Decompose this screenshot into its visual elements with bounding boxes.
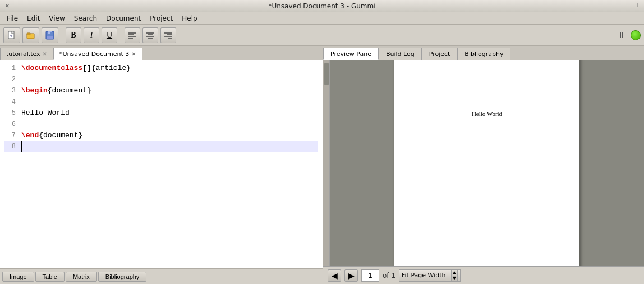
tab-bibliography[interactable]: Bibliography — [98, 272, 147, 282]
next-page-button[interactable]: ▶ — [344, 269, 358, 282]
preview-tab-bar: Preview Pane Build Log Project Bibliogra… — [323, 46, 644, 60]
preview-text: Hello World — [472, 110, 502, 117]
line-5: 5 Hello World — [4, 108, 318, 119]
preview-content: Hello World — [323, 60, 644, 266]
menu-file[interactable]: File — [2, 13, 22, 24]
line-2: 2 — [4, 74, 318, 85]
page-number-input[interactable] — [361, 269, 379, 282]
tab-bibliography-right[interactable]: Bibliography — [457, 48, 510, 60]
tab-build-log[interactable]: Build Log — [379, 48, 422, 60]
align-right-icon — [164, 32, 172, 39]
toolbar-right: ⏸ — [617, 30, 641, 40]
bottom-tab-bar: Image Table Matrix Bibliography — [0, 268, 323, 284]
align-center-button[interactable] — [142, 27, 158, 43]
zoom-up-arrow[interactable]: ▲ — [452, 270, 457, 276]
menu-view[interactable]: View — [44, 13, 69, 24]
tab-project[interactable]: Project — [422, 48, 458, 60]
align-center-icon — [146, 32, 154, 39]
preview-scrollbar[interactable] — [323, 60, 330, 266]
align-right-button[interactable] — [160, 27, 176, 43]
save-icon — [45, 31, 54, 40]
zoom-down-arrow[interactable]: ▼ — [452, 276, 457, 281]
save-button[interactable] — [42, 27, 58, 43]
zoom-selector[interactable]: Fit Page Width ▲ ▼ — [399, 269, 461, 282]
tab-unsaved-close[interactable]: ✕ — [131, 51, 136, 57]
main-area: tutorial.tex ✕ *Unsaved Document 3 ✕ 1 \… — [0, 46, 644, 284]
toolbar: B I U ⏸ — [0, 25, 644, 46]
pause-button[interactable]: ⏸ — [617, 30, 626, 40]
menu-document[interactable]: Document — [102, 13, 145, 24]
tab-image[interactable]: Image — [2, 272, 34, 282]
status-indicator — [631, 30, 641, 40]
editor-content-area[interactable]: 1 \documentclass[]{article} 2 3 \begin{d… — [0, 60, 323, 268]
line-3: 3 \begin{document} — [4, 85, 318, 96]
svg-rect-7 — [47, 36, 53, 39]
svg-rect-4 — [27, 33, 30, 35]
editor-lines: 1 \documentclass[]{article} 2 3 \begin{d… — [0, 60, 323, 155]
window-title: *Unsaved Document 3 - Gummi — [268, 2, 375, 10]
maximize-button[interactable]: ❐ — [633, 2, 641, 10]
menu-help[interactable]: Help — [177, 13, 201, 24]
line-1: 1 \documentclass[]{article} — [4, 63, 318, 74]
open-icon — [26, 31, 35, 40]
zoom-arrows[interactable]: ▲ ▼ — [451, 269, 458, 282]
prev-page-button[interactable]: ◀ — [328, 269, 341, 282]
separator-2 — [121, 29, 121, 42]
title-bar: ✕ *Unsaved Document 3 - Gummi ❐ — [0, 0, 644, 12]
line-8: 8 — [4, 141, 318, 152]
tab-unsaved-label: *Unsaved Document 3 — [59, 50, 129, 58]
tab-matrix[interactable]: Matrix — [66, 272, 97, 282]
tab-unsaved[interactable]: *Unsaved Document 3 ✕ — [53, 48, 142, 60]
open-button[interactable] — [22, 27, 39, 43]
preview-bottom-bar: ◀ ▶ of 1 Fit Page Width ▲ ▼ — [323, 266, 644, 284]
preview-pane: Preview Pane Build Log Project Bibliogra… — [323, 46, 644, 284]
separator-1 — [62, 29, 62, 42]
line-7: 7 \end{document} — [4, 130, 318, 141]
tab-table[interactable]: Table — [35, 272, 65, 282]
page-total: of 1 — [383, 272, 395, 280]
bold-button[interactable]: B — [66, 27, 81, 43]
editor-pane: tutorial.tex ✕ *Unsaved Document 3 ✕ 1 \… — [0, 46, 323, 284]
align-left-icon — [128, 32, 136, 39]
align-left-button[interactable] — [125, 27, 140, 43]
line-4: 4 — [4, 96, 318, 108]
menu-project[interactable]: Project — [145, 13, 177, 24]
scroll-thumb — [324, 63, 329, 85]
svg-rect-8 — [50, 32, 52, 34]
new-doc-icon — [7, 31, 16, 40]
tab-tutorial-close[interactable]: ✕ — [43, 51, 47, 57]
tab-tutorial-label: tutorial.tex — [6, 50, 40, 58]
underline-button[interactable]: U — [102, 27, 117, 43]
italic-button[interactable]: I — [84, 27, 99, 43]
zoom-label: Fit Page Width — [402, 272, 445, 279]
close-button[interactable]: ✕ — [3, 2, 11, 10]
new-button[interactable] — [3, 27, 20, 43]
tab-preview-pane[interactable]: Preview Pane — [323, 48, 379, 60]
preview-page: Hello World — [394, 60, 579, 266]
menu-edit[interactable]: Edit — [22, 13, 44, 24]
tab-tutorial[interactable]: tutorial.tex ✕ — [0, 48, 53, 60]
menu-search[interactable]: Search — [70, 13, 102, 24]
menu-bar: File Edit View Search Document Project H… — [0, 12, 644, 25]
editor-tab-bar: tutorial.tex ✕ *Unsaved Document 3 ✕ — [0, 46, 323, 60]
line-6: 6 — [4, 119, 318, 130]
